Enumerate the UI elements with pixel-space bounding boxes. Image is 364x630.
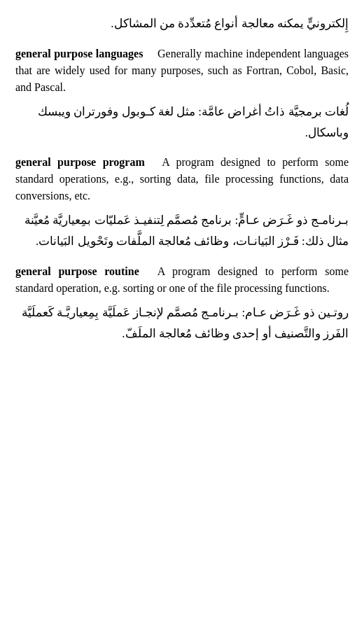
entry-arabic-routine: روتـين ذو غَـرَض عـام: بـرنامـج مُصمَّم … — [15, 302, 349, 344]
entry-general-purpose-program: general purpose program A program design… — [15, 154, 349, 252]
entry-body-program: general purpose program A program design… — [15, 154, 349, 204]
arabic-intro-text: إِلكترونيٍّ يمكنه معالجة أنواع مُتعدِّدة… — [15, 14, 349, 34]
entry-body-languages: general purpose languages Generally mach… — [15, 46, 349, 96]
entry-term-languages: general purpose languages — [15, 48, 143, 59]
entry-arabic-languages: لُغات برمجيَّة ذاتُ أغراض عامَّة: مثل لغ… — [15, 102, 349, 144]
entry-term-routine: general purpose routine — [15, 265, 139, 277]
entry-term-program: general purpose program — [15, 156, 145, 168]
entry-body-routine: general purpose routine A program design… — [15, 263, 349, 297]
entry-arabic-program: بـرنامـج ذو غَـرَض عـامٍّ: برنامج مُصمَّ… — [15, 210, 349, 252]
entry-general-purpose-routine: general purpose routine A program design… — [15, 263, 349, 344]
entry-general-purpose-languages: general purpose languages Generally mach… — [15, 46, 349, 144]
